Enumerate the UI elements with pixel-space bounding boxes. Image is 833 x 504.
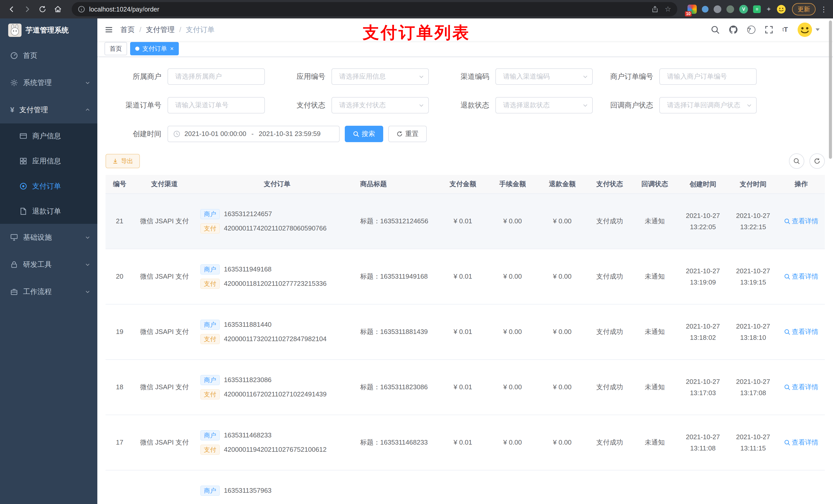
browser-home-button[interactable]	[51, 3, 65, 16]
cell-channel: 微信 JSAPI 支付	[134, 383, 195, 391]
cell-notify: 未通知	[632, 383, 677, 391]
sidebar-item-payment[interactable]: ¥ 支付管理	[0, 96, 97, 123]
sidebar-item-pay-order[interactable]: 支付订单	[0, 174, 97, 199]
filter-item: 退款状态	[446, 97, 610, 114]
breadcrumb-home[interactable]: 首页	[120, 25, 135, 34]
share-icon[interactable]	[651, 6, 659, 13]
view-detail-link[interactable]: 查看详情	[784, 438, 818, 447]
cell-status: 支付成功	[587, 383, 632, 391]
help-icon[interactable]: ?	[747, 26, 755, 34]
page-content: 所属商户 应用编号 渠道编码 商户订单编号 渠道订单号	[97, 57, 833, 504]
filter-field[interactable]	[331, 68, 429, 85]
filter-input[interactable]	[174, 72, 260, 81]
search-button[interactable]: 搜索	[345, 126, 383, 142]
orders-table: 编号 支付渠道 支付订单 商品标题 支付金额 手续金额 退款金额 支付状态 回调…	[105, 175, 825, 504]
filter-row-2: 渠道订单号 支付状态 退款状态 回调商户状态	[118, 97, 833, 114]
sidebar-item-infra[interactable]: 基础设施	[0, 224, 97, 251]
browser-reload-button[interactable]	[36, 3, 49, 16]
sidebar-toggle-icon[interactable]	[97, 25, 120, 34]
table-header-cell: 编号	[105, 179, 134, 189]
filter-input[interactable]	[502, 72, 582, 81]
breadcrumb-payment[interactable]: 支付管理	[146, 25, 175, 34]
address-bar[interactable]: localhost:1024/pay/order ☆	[72, 2, 677, 16]
browser-back-button[interactable]	[5, 3, 19, 16]
view-detail-link[interactable]: 查看详情	[784, 327, 818, 336]
reset-button[interactable]: 重置	[388, 126, 427, 142]
vertical-scrollbar[interactable]	[829, 21, 832, 159]
filter-input[interactable]	[174, 101, 260, 110]
cell-title: 标题：1635311881439	[356, 327, 438, 336]
filter-input[interactable]	[666, 72, 752, 81]
merchant-badge: 商户	[200, 264, 220, 274]
extension-pinwheel-icon[interactable]: ✦	[766, 6, 771, 13]
view-detail-link[interactable]: 查看详情	[784, 272, 818, 281]
filter-field[interactable]	[659, 68, 757, 85]
date-start: 2021-10-01 00:00:00	[185, 130, 246, 138]
extension-emoji-icon[interactable]	[777, 5, 786, 14]
chrome-update-button[interactable]: 更新	[792, 3, 815, 15]
table-header-cell: 手续金额	[488, 179, 538, 189]
fullscreen-icon[interactable]	[765, 25, 773, 34]
merchant-order-no: 1635312124657	[224, 210, 272, 218]
filter-field[interactable]	[168, 68, 265, 85]
filter-input[interactable]	[338, 101, 419, 110]
filter-row-3: 创建时间 2021-10-01 00:00:00 - 2021-10-31 23…	[118, 126, 833, 142]
filter-input[interactable]	[666, 101, 746, 110]
cell-pay-order: 商户 1635312124657 支付 42000011742021102780…	[195, 209, 356, 234]
export-button[interactable]: 导出	[105, 154, 140, 168]
toggle-search-button[interactable]	[789, 153, 804, 169]
tag-pay-order[interactable]: 支付订单 ×	[130, 42, 179, 55]
sidebar-item-merchant-info[interactable]: 商户信息	[0, 123, 97, 148]
extension-green-icon[interactable]: ≡	[753, 5, 761, 13]
filter-field[interactable]	[495, 97, 593, 114]
filter-field[interactable]	[495, 68, 593, 85]
create-time-range-picker[interactable]: 2021-10-01 00:00:00 - 2021-10-31 23:59:5…	[168, 126, 340, 142]
cell-notify: 未通知	[632, 217, 677, 225]
sidebar-item-app-info[interactable]: 应用信息	[0, 148, 97, 174]
cell-pay-time: 2021-10-2713:22:15	[729, 210, 778, 233]
cell-amount: ¥ 0.01	[438, 217, 488, 225]
tag-home[interactable]: 首页	[104, 42, 127, 55]
cell-create-time: 2021-10-2713:17:03	[677, 376, 729, 399]
sidebar-item-dev-tools[interactable]: 研发工具	[0, 251, 97, 278]
filter-label: 所属商户	[118, 72, 161, 81]
extension-grey-icon[interactable]	[714, 5, 721, 13]
cell-action: 查看详情	[778, 217, 825, 225]
refresh-button[interactable]	[809, 153, 825, 169]
app-logo[interactable]: 芋道管理系统	[0, 19, 97, 42]
filter-input[interactable]	[502, 101, 582, 110]
filter-field[interactable]	[331, 97, 429, 114]
filter-item: 所属商户	[118, 68, 282, 85]
search-icon[interactable]	[711, 25, 719, 34]
user-menu[interactable]	[797, 22, 820, 38]
card-icon	[20, 132, 27, 140]
sidebar-item-home[interactable]: 首页	[0, 42, 97, 69]
filter-field[interactable]	[168, 97, 265, 114]
view-detail-link[interactable]: 查看详情	[784, 383, 818, 391]
extensions-puzzle-icon[interactable]: 10	[688, 5, 697, 14]
vue-devtools-icon[interactable]: V	[739, 5, 748, 14]
cell-status: 支付成功	[587, 438, 632, 447]
sidebar-item-refund-order[interactable]: 退款订单	[0, 199, 97, 224]
close-icon[interactable]: ×	[170, 46, 174, 52]
table-header-cell: 商品标题	[356, 179, 438, 189]
filter-input[interactable]	[338, 72, 419, 81]
extension-blue-icon[interactable]	[702, 6, 709, 13]
bookmark-star-icon[interactable]: ☆	[665, 6, 671, 13]
cell-action: 查看详情	[778, 327, 825, 336]
cell-refund: ¥ 0.00	[538, 383, 587, 391]
cell-notify: 未通知	[632, 438, 677, 447]
cell-title: 标题：1635312124656	[356, 217, 438, 225]
table-row: 18 微信 JSAPI 支付 商户 1635311823086 支付 42000…	[105, 360, 825, 415]
extension-olive-icon[interactable]	[727, 5, 734, 13]
site-info-icon[interactable]	[78, 6, 85, 13]
sidebar-item-workflow[interactable]: 工作流程	[0, 278, 97, 305]
browser-menu-icon[interactable]: ⋮	[820, 5, 828, 14]
github-icon[interactable]	[729, 25, 738, 34]
view-detail-link[interactable]: 查看详情	[784, 217, 818, 225]
cell-pay-time: 2021-10-2713:19:15	[729, 265, 778, 288]
sidebar-item-system[interactable]: 系统管理	[0, 69, 97, 96]
browser-forward-button[interactable]	[21, 3, 34, 16]
filter-field[interactable]	[659, 97, 757, 114]
font-size-icon[interactable]: tT	[783, 26, 788, 33]
